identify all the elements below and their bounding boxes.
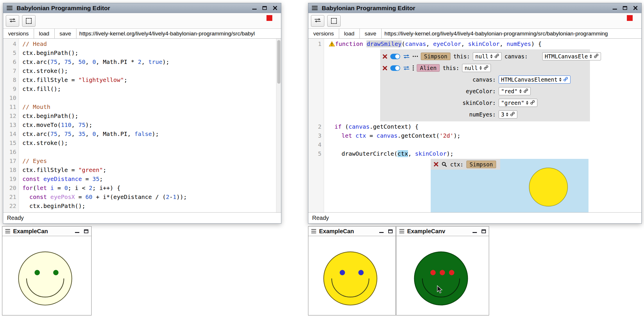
- line-number[interactable]: 7: [3, 67, 19, 76]
- line-number[interactable]: 19: [3, 175, 19, 184]
- close-icon[interactable]: [382, 54, 387, 59]
- titlebar[interactable]: Babylonian Programming Editor: [308, 3, 641, 13]
- maximize-icon[interactable]: [482, 229, 486, 233]
- menu-icon[interactable]: [5, 229, 10, 233]
- versions-button[interactable]: versions: [308, 29, 339, 38]
- link-icon[interactable]: [523, 88, 528, 94]
- code-line[interactable]: 20for(let i = 0; i < 2; i++) {: [3, 184, 281, 193]
- link-icon[interactable]: [530, 100, 535, 106]
- more-horizontal-icon[interactable]: [413, 56, 418, 57]
- maximize-icon[interactable]: [84, 229, 88, 233]
- line-number[interactable]: 5: [3, 49, 19, 58]
- stepper-icon[interactable]: [590, 54, 592, 58]
- line-number[interactable]: 3: [308, 131, 324, 140]
- scrollbar[interactable]: [276, 39, 281, 212]
- titlebar[interactable]: Babylonian Programming Editor: [3, 3, 281, 13]
- stepper-icon[interactable]: [526, 101, 528, 105]
- swap-arrows-icon[interactable]: [403, 54, 410, 59]
- close-icon[interactable]: [434, 162, 439, 167]
- minimize-icon[interactable]: [613, 9, 617, 10]
- code-line[interactable]: 4// Head: [3, 40, 281, 49]
- stepper-icon[interactable]: [559, 78, 561, 82]
- value-box[interactable]: HTMLCanvasEle: [542, 52, 601, 60]
- code-line[interactable]: 12ctx.beginPath();: [3, 112, 281, 121]
- code-line[interactable]: 13ctx.moveTo(110, 75);: [3, 121, 281, 130]
- line-number[interactable]: 15: [3, 139, 19, 148]
- link-icon[interactable]: [563, 76, 568, 83]
- versions-button[interactable]: versions: [3, 29, 34, 38]
- value-box[interactable]: "red": [499, 87, 531, 95]
- minimize-icon[interactable]: [379, 232, 384, 233]
- line-number[interactable]: 13: [3, 121, 19, 130]
- swap-view-button[interactable]: [6, 15, 19, 27]
- swap-arrows-icon[interactable]: [403, 66, 410, 71]
- line-number[interactable]: 5: [308, 149, 324, 158]
- code-line[interactable]: 10: [3, 94, 281, 103]
- code-line[interactable]: 11// Mouth: [3, 103, 281, 112]
- line-number[interactable]: 4: [3, 40, 19, 49]
- code-line[interactable]: 22 ctx.beginPath();: [3, 202, 281, 211]
- code-line[interactable]: 1function drawSmiley(canvas, eyeColor, s…: [308, 40, 641, 49]
- code-line[interactable]: 18ctx.fillStyle = "green";: [3, 166, 281, 175]
- link-icon[interactable]: [494, 53, 499, 60]
- code-editor[interactable]: 1function drawSmiley(canvas, eyeColor, s…: [308, 39, 641, 212]
- minimize-icon[interactable]: [252, 9, 257, 10]
- line-number[interactable]: 22: [3, 202, 19, 211]
- toggle-on-icon[interactable]: [390, 54, 400, 59]
- menu-icon[interactable]: [312, 6, 318, 10]
- code-line[interactable]: 17// Eyes: [3, 157, 281, 166]
- code-line[interactable]: 19const eyeDistance = 35;: [3, 175, 281, 184]
- stepper-icon[interactable]: [490, 54, 493, 58]
- line-number[interactable]: 9: [3, 85, 19, 94]
- value-box[interactable]: null: [473, 52, 502, 60]
- load-button[interactable]: load: [34, 29, 55, 38]
- line-number[interactable]: 20: [3, 184, 19, 193]
- line-number[interactable]: 18: [3, 166, 19, 175]
- maximize-icon[interactable]: [623, 6, 627, 10]
- minimize-icon[interactable]: [75, 232, 79, 233]
- line-number[interactable]: 14: [3, 130, 19, 139]
- line-number[interactable]: 10: [3, 94, 19, 103]
- maximize-icon[interactable]: [262, 6, 267, 10]
- minimize-icon[interactable]: [473, 232, 477, 233]
- line-number[interactable]: 11: [3, 103, 19, 112]
- code-line[interactable]: 15ctx.stroke();: [3, 139, 281, 148]
- titlebar[interactable]: ExampleCan: [2, 227, 91, 236]
- line-number[interactable]: 1: [308, 40, 324, 49]
- value-box[interactable]: 3: [499, 110, 517, 119]
- code-line[interactable]: 5 drawOuterCircle(ctx, skinColor);: [308, 149, 641, 158]
- code-line[interactable]: 6ctx.arc(75, 75, 50, 0, Math.PI * 2, tru…: [3, 58, 281, 67]
- code-line[interactable]: 7ctx.stroke();: [3, 67, 281, 76]
- code-line[interactable]: 14ctx.arc(75, 75, 35, 0, Math.PI, false)…: [3, 130, 281, 139]
- code-line[interactable]: 16: [3, 148, 281, 157]
- line-number[interactable]: 12: [3, 112, 19, 121]
- extract-region-button[interactable]: [327, 15, 341, 27]
- stepper-icon[interactable]: [506, 112, 508, 116]
- link-icon[interactable]: [510, 111, 515, 118]
- example-badge-simpson[interactable]: Simpson: [466, 161, 496, 168]
- save-button[interactable]: save: [360, 29, 382, 38]
- save-button[interactable]: save: [55, 29, 76, 38]
- stepper-icon[interactable]: [519, 89, 522, 93]
- menu-icon[interactable]: [311, 229, 316, 233]
- line-number[interactable]: 21: [3, 193, 19, 202]
- link-icon[interactable]: [594, 53, 599, 60]
- code-line[interactable]: 5ctx.beginPath();: [3, 49, 281, 58]
- url-field[interactable]: https://lively-kernel.org/lively4/lively…: [76, 29, 281, 38]
- code-line[interactable]: 3 let ctx = canvas.getContext('2d');: [308, 131, 641, 140]
- stepper-icon[interactable]: [480, 66, 482, 70]
- url-field[interactable]: https://lively-kernel.org/lively4/lively…: [382, 29, 641, 38]
- line-number[interactable]: 2: [308, 122, 324, 131]
- swap-view-button[interactable]: [311, 15, 324, 27]
- close-icon[interactable]: [273, 6, 278, 10]
- load-button[interactable]: load: [339, 29, 360, 38]
- code-editor[interactable]: 4// Head5ctx.beginPath();6ctx.arc(75, 75…: [3, 39, 281, 212]
- code-line[interactable]: 8ctx.fillStyle = "lightyellow";: [3, 76, 281, 85]
- line-number[interactable]: 8: [3, 76, 19, 85]
- line-number[interactable]: 17: [3, 157, 19, 166]
- value-box[interactable]: HTMLCanvasElement: [499, 76, 570, 84]
- line-number[interactable]: 6: [3, 58, 19, 67]
- menu-icon[interactable]: [7, 6, 12, 10]
- maximize-icon[interactable]: [388, 229, 393, 233]
- value-box[interactable]: null: [462, 64, 491, 72]
